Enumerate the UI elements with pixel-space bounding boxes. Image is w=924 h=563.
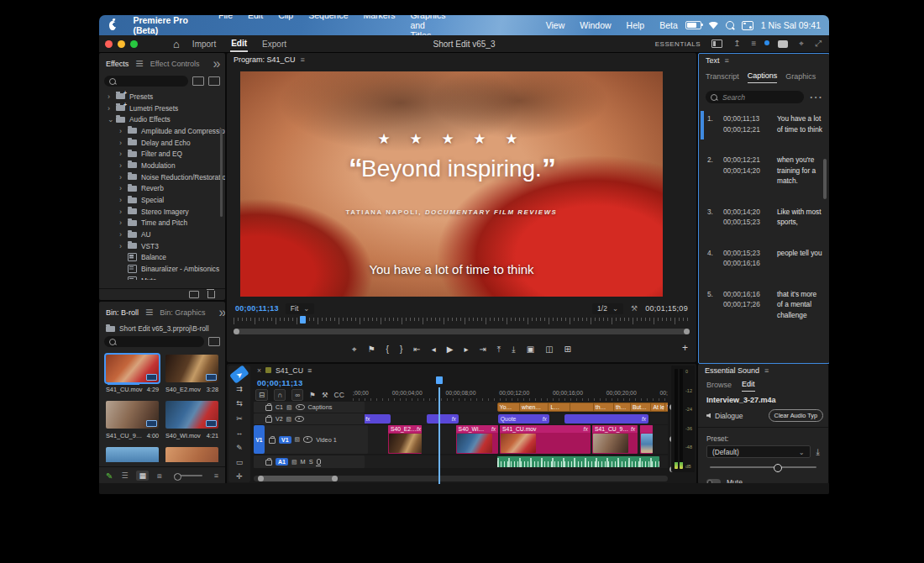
tab-overflow-icon[interactable]: »: [213, 56, 221, 71]
Noise Reduction/Restoration[interactable]: › Noise Reduction/Restoration: [99, 171, 225, 183]
effects-search-box[interactable]: [104, 76, 188, 87]
tab-bin-broll[interactable]: Bin: B-roll: [106, 308, 139, 317]
apple-menu-icon[interactable]: [109, 21, 116, 30]
Binauralizer - Ambisonics[interactable]: Binauralizer - Ambisonics: [99, 263, 225, 275]
program-timecode[interactable]: 00;00;11;13: [235, 304, 279, 313]
scrollbar-knob-right[interactable]: [332, 476, 338, 481]
pen-tool[interactable]: ✎: [231, 442, 248, 453]
step-back-icon[interactable]: ◂: [432, 345, 436, 354]
spotlight-icon[interactable]: [726, 21, 734, 29]
menu-icon[interactable]: ≡: [752, 39, 757, 48]
Time and Pitch[interactable]: › Time and Pitch: [99, 218, 225, 229]
caption-text[interactable]: You have a lot of time to think: [777, 113, 824, 134]
caption-timecodes[interactable]: 00;00;16;1600;00;17;26: [723, 289, 772, 321]
delete-icon[interactable]: [207, 291, 215, 298]
razor-tool[interactable]: ✂: [231, 413, 248, 424]
sort-menu-icon[interactable]: ≡: [214, 471, 218, 480]
sync-lock-icon[interactable]: ▧: [295, 436, 301, 443]
caption-clip[interactable]: when…: [519, 403, 551, 412]
thumbnail-size-slider[interactable]: [174, 475, 202, 476]
tab-effects[interactable]: Effects: [106, 60, 129, 68]
slider-knob[interactable]: [774, 464, 782, 472]
playback-resolution-dropdown[interactable]: 1/2 ⌄: [592, 303, 623, 314]
menu-item[interactable]: Help: [619, 20, 653, 30]
more-options-icon[interactable]: ⋯: [809, 89, 822, 105]
graphic-clip[interactable]: Quote fx: [498, 414, 549, 424]
chevron-icon[interactable]: ›: [108, 92, 116, 101]
S40_Wi…[interactable]: S40_Wi… fx: [456, 425, 499, 454]
Reverb[interactable]: › Reverb: [99, 183, 225, 195]
wifi-icon[interactable]: [709, 22, 718, 29]
caption-text[interactable]: Like with most sports,: [777, 207, 824, 228]
bin-search-input[interactable]: [119, 337, 199, 347]
preview-settings-icon[interactable]: ⌖: [352, 345, 357, 354]
caption-text[interactable]: that it's more of a mental challenge: [777, 289, 824, 321]
clip-thumbnail[interactable]: [165, 447, 218, 462]
caption-row[interactable]: 4. 00;00;15;2300;00;16;16 people tell yo…: [707, 248, 824, 269]
chevron-icon[interactable]: ›: [119, 242, 128, 250]
sequence-tab[interactable]: S41_CU: [276, 366, 303, 375]
menu-item[interactable]: View: [538, 20, 573, 30]
sync-lock-icon[interactable]: ▧: [286, 416, 292, 423]
Mute[interactable]: Mute: [99, 275, 225, 280]
list-view-icon[interactable]: ☰: [121, 471, 128, 480]
sync-lock-icon[interactable]: ▧: [291, 459, 297, 466]
captions-search-box[interactable]: [706, 91, 804, 103]
chevron-icon[interactable]: ›: [108, 104, 116, 113]
S41_CU.mov[interactable]: S41_CU.mov 4:29: [106, 355, 159, 393]
home-icon[interactable]: ⌂: [173, 39, 180, 50]
export-frame-icon[interactable]: ▣: [527, 345, 534, 354]
Presets[interactable]: › Presets: [99, 91, 225, 103]
go-to-out-icon[interactable]: ⇥: [479, 345, 486, 354]
caption-row[interactable]: 1. 00;00;11;1300;00;12;21 You have a lot…: [707, 113, 824, 134]
voiceover-record-icon[interactable]: [317, 459, 322, 465]
preset-dropdown[interactable]: (Default) ⌄: [706, 445, 811, 458]
video1-track-lane[interactable]: S40_E2… fx S40_Wi…: [368, 425, 668, 454]
chevron-icon[interactable]: ›: [119, 208, 128, 216]
Stereo Imagery[interactable]: › Stereo Imagery: [99, 206, 225, 218]
save-preset-icon[interactable]: ⤓: [816, 447, 820, 457]
graphic-clip[interactable]: fx: [365, 414, 391, 424]
freeform-view-icon[interactable]: ⧈: [157, 471, 162, 481]
track-v1-label[interactable]: V1: [279, 436, 291, 444]
battery-icon[interactable]: [685, 21, 701, 29]
chevron-icon[interactable]: ›: [119, 127, 128, 135]
scrollbar-knob-left[interactable]: [234, 329, 239, 334]
program-video-frame[interactable]: ★ ★ ★ ★ ★ “Beyond inspiring.” TATIANA NA…: [240, 71, 663, 297]
lock-icon[interactable]: [265, 417, 272, 423]
chevron-icon[interactable]: ›: [119, 150, 128, 158]
S41_CU_9…[interactable]: S41_CU_9… fx: [592, 425, 638, 454]
clip-thumbnail[interactable]: [106, 447, 159, 462]
edit-pen-icon[interactable]: ✎: [106, 471, 113, 481]
nest-toggle-icon[interactable]: ⊟: [255, 389, 268, 401]
lock-icon[interactable]: [269, 438, 276, 444]
add-marker-icon[interactable]: ⚑: [309, 391, 316, 399]
chevron-icon[interactable]: ⌄: [108, 115, 116, 124]
tab-graphics[interactable]: Graphics: [785, 72, 816, 83]
panel-menu-icon[interactable]: ≡: [145, 305, 153, 320]
tab-transcript[interactable]: Transcript: [706, 72, 739, 83]
nav-edit[interactable]: Edit: [230, 36, 248, 52]
timeline-playhead[interactable]: [438, 387, 440, 484]
clip-thumbnail[interactable]: [165, 355, 218, 382]
AU[interactable]: › AU: [99, 229, 225, 240]
workspace-icon[interactable]: [711, 39, 722, 48]
tab-overflow-icon[interactable]: »: [218, 305, 225, 320]
chevron-icon[interactable]: ›: [119, 196, 128, 204]
control-center-icon[interactable]: [742, 21, 753, 30]
Lumetri Presets[interactable]: › Lumetri Presets: [99, 103, 225, 114]
play-icon[interactable]: ▶: [447, 345, 454, 354]
comparison-view-icon[interactable]: ◫: [545, 345, 553, 354]
effects-scrollbar[interactable]: [220, 129, 223, 217]
tab-effect-controls[interactable]: Effect Controls: [150, 60, 200, 68]
chevron-icon[interactable]: ›: [119, 139, 128, 147]
panel-menu-icon[interactable]: ≡: [307, 366, 312, 375]
panel-menu-icon[interactable]: ≡: [301, 55, 305, 64]
new-custom-bin-icon[interactable]: [189, 291, 199, 298]
tab-browse[interactable]: Browse: [706, 381, 732, 392]
source-patch-v1[interactable]: V1: [254, 425, 265, 454]
button-editor-icon[interactable]: +: [682, 342, 688, 354]
chevron-icon[interactable]: ›: [119, 161, 128, 170]
add-marker-icon[interactable]: ⚑: [368, 345, 375, 354]
graphic-clip[interactable]: fx: [427, 414, 459, 424]
